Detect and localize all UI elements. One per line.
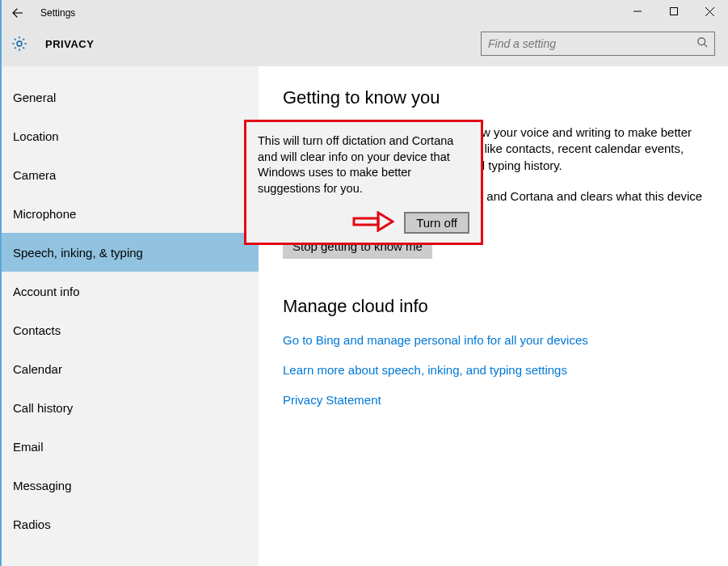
sidebar-item-location[interactable]: Location xyxy=(0,116,259,155)
link-privacy-statement[interactable]: Privacy Statement xyxy=(283,393,704,407)
sidebar-item-label: Camera xyxy=(13,168,56,182)
sidebar-item-label: Account info xyxy=(13,285,80,298)
sidebar-item-messaging[interactable]: Messaging xyxy=(0,466,259,505)
sidebar-item-label: Calendar xyxy=(13,362,62,376)
dialog-text: This will turn off dictation and Cortana… xyxy=(258,133,469,196)
svg-rect-2 xyxy=(670,8,677,15)
window-title: Settings xyxy=(40,7,75,19)
maximize-icon xyxy=(670,7,678,15)
window-left-accent xyxy=(0,0,2,566)
close-button[interactable] xyxy=(692,0,728,23)
svg-rect-8 xyxy=(354,218,378,225)
turn-off-button[interactable]: Turn off xyxy=(404,212,469,234)
sidebar: General Location Camera Microphone Speec… xyxy=(0,66,259,566)
link-bing-personal-info[interactable]: Go to Bing and manage personal info for … xyxy=(283,333,704,347)
sidebar-item-camera[interactable]: Camera xyxy=(0,155,259,194)
sidebar-item-label: Speech, inking, & typing xyxy=(13,246,143,260)
search-input[interactable] xyxy=(481,32,715,56)
settings-gear-icon xyxy=(10,34,29,53)
sidebar-item-label: Email xyxy=(13,440,44,454)
window-controls xyxy=(619,0,728,23)
link-learn-more-speech[interactable]: Learn more about speech, inking, and typ… xyxy=(283,363,704,377)
page-category-label: PRIVACY xyxy=(45,38,94,50)
sidebar-item-label: Microphone xyxy=(13,207,76,221)
back-arrow-icon xyxy=(11,6,25,20)
annotation-arrow-icon xyxy=(352,211,394,234)
svg-marker-9 xyxy=(378,213,393,230)
sidebar-item-radios[interactable]: Radios xyxy=(0,505,259,543)
sidebar-item-label: General xyxy=(13,91,56,104)
minimize-icon xyxy=(633,7,642,15)
sidebar-item-speech-inking-typing[interactable]: Speech, inking, & typing xyxy=(0,233,259,272)
sidebar-item-call-history[interactable]: Call history xyxy=(0,388,259,427)
back-button[interactable] xyxy=(0,0,36,26)
sidebar-item-contacts[interactable]: Contacts xyxy=(0,310,259,349)
sidebar-item-label: Radios xyxy=(13,517,51,531)
close-icon xyxy=(705,7,714,16)
sidebar-item-general[interactable]: General xyxy=(0,78,259,116)
search-wrap xyxy=(481,32,715,56)
titlebar: Settings xyxy=(0,0,728,26)
sidebar-item-label: Call history xyxy=(13,401,73,415)
sidebar-item-label: Location xyxy=(13,129,59,143)
maximize-button[interactable] xyxy=(655,0,692,23)
sidebar-item-label: Messaging xyxy=(13,479,72,492)
sidebar-item-email[interactable]: Email xyxy=(0,427,259,466)
sidebar-item-label: Contacts xyxy=(13,323,61,337)
section-heading-getting-to-know-you: Getting to know you xyxy=(283,87,704,108)
sidebar-item-microphone[interactable]: Microphone xyxy=(0,194,259,233)
sidebar-item-account-info[interactable]: Account info xyxy=(0,272,259,310)
header-row: PRIVACY xyxy=(0,26,728,66)
turn-off-dialog: This will turn off dictation and Cortana… xyxy=(244,120,483,245)
content-area: Getting to know you Windows and Cortana … xyxy=(259,66,728,566)
section-heading-manage-cloud-info: Manage cloud info xyxy=(283,296,704,317)
sidebar-item-calendar[interactable]: Calendar xyxy=(0,349,259,388)
svg-point-5 xyxy=(17,41,22,46)
minimize-button[interactable] xyxy=(619,0,655,23)
